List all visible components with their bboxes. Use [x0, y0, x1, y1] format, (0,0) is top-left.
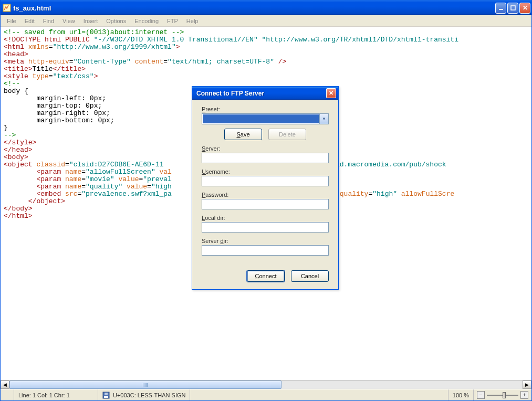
connect-button[interactable]: Connect	[247, 270, 285, 282]
zoom-slider[interactable]	[487, 392, 518, 399]
floppy-icon	[102, 392, 110, 399]
username-label: Username:	[202, 168, 329, 175]
svg-rect-4	[104, 396, 108, 398]
menu-encoding[interactable]: Encoding	[130, 17, 163, 25]
code-line: <title>Title</title>	[4, 66, 528, 73]
zoom-out-button[interactable]: −	[477, 391, 485, 399]
menu-options[interactable]: Options	[102, 17, 130, 25]
server-input[interactable]	[202, 153, 329, 163]
server-dir-label: Server dir:	[202, 238, 329, 244]
dialog-body: Preset: ▼ Save Delete Server: Username: …	[192, 100, 338, 289]
save-button[interactable]: Save	[224, 129, 262, 140]
close-button[interactable]: ✕	[519, 3, 530, 14]
local-dir-input[interactable]	[202, 222, 329, 233]
cursor-position: Line: 1 Col: 1 Chr: 1	[14, 389, 98, 400]
maximize-button[interactable]	[507, 3, 518, 14]
horizontal-scrollbar[interactable]: ◀ ▶	[1, 380, 531, 389]
server-dir-input[interactable]	[202, 245, 329, 256]
code-line: <html xmlns="http://www.w3.org/1999/xhtm…	[4, 44, 528, 51]
cancel-button[interactable]: Cancel	[291, 270, 329, 282]
menu-file[interactable]: File	[3, 17, 20, 25]
scroll-left-button[interactable]: ◀	[1, 381, 9, 389]
svg-rect-5	[105, 393, 108, 395]
minimize-button[interactable]	[495, 3, 506, 14]
menu-help[interactable]: Help	[182, 17, 203, 25]
char-info: U+003C: LESS-THAN SIGN	[113, 392, 185, 398]
app-icon	[3, 4, 11, 12]
dialog-title: Connect to FTP Server	[196, 90, 326, 97]
menu-find[interactable]: Find	[39, 17, 58, 25]
zoom-in-button[interactable]: +	[520, 391, 528, 399]
zoom-controls: − +	[474, 391, 531, 399]
chevron-down-icon[interactable]: ▼	[319, 114, 328, 124]
code-line: <meta http-equiv="Content-Type" content=…	[4, 58, 528, 66]
status-spacer	[190, 389, 448, 400]
titlebar[interactable]: fs_aux.html ✕	[1, 1, 531, 15]
zoom-slider-knob[interactable]	[503, 392, 506, 398]
char-info-cell: U+003C: LESS-THAN SIGN	[98, 389, 190, 400]
status-cell-blank	[1, 389, 14, 400]
menubar: FileEditFindViewInsertOptionsEncodingFTP…	[1, 15, 531, 27]
zoom-level: 100 %	[448, 389, 474, 400]
code-line: <!-- saved from url=(0013)about:internet…	[4, 29, 528, 36]
preset-label: Preset:	[202, 106, 329, 112]
preset-buttons: Save Delete	[202, 129, 329, 140]
password-input[interactable]	[202, 199, 329, 209]
scroll-thumb[interactable]	[9, 381, 281, 389]
menu-insert[interactable]: Insert	[79, 17, 102, 25]
window-controls: ✕	[495, 3, 530, 14]
code-line: <!DOCTYPE html PUBLIC "-//W3C//DTD XHTML…	[4, 36, 528, 44]
preset-selection	[203, 114, 319, 123]
server-label: Server:	[202, 145, 329, 152]
ftp-connect-dialog: Connect to FTP Server ✕ Preset: ▼ Save D…	[192, 86, 339, 290]
delete-button[interactable]: Delete	[268, 129, 306, 140]
local-dir-label: Local dir:	[202, 215, 329, 221]
menu-edit[interactable]: Edit	[20, 17, 39, 25]
scroll-right-button[interactable]: ▶	[523, 381, 531, 389]
svg-rect-2	[511, 6, 515, 10]
svg-rect-1	[499, 9, 503, 10]
code-line: <head>	[4, 51, 528, 58]
password-label: Password:	[202, 192, 329, 198]
code-line: <style type="text/css">	[4, 73, 528, 80]
menu-view[interactable]: View	[58, 17, 79, 25]
dialog-close-button[interactable]: ✕	[326, 88, 336, 98]
preset-combo[interactable]: ▼	[202, 113, 329, 124]
statusbar: Line: 1 Col: 1 Chr: 1 U+003C: LESS-THAN …	[1, 389, 531, 400]
menu-ftp[interactable]: FTP	[163, 17, 182, 25]
scroll-track[interactable]	[9, 381, 523, 389]
dialog-titlebar[interactable]: Connect to FTP Server ✕	[192, 87, 338, 100]
username-input[interactable]	[202, 176, 329, 186]
dialog-action-buttons: Connect Cancel	[202, 270, 329, 282]
window-title: fs_aux.html	[13, 4, 495, 12]
